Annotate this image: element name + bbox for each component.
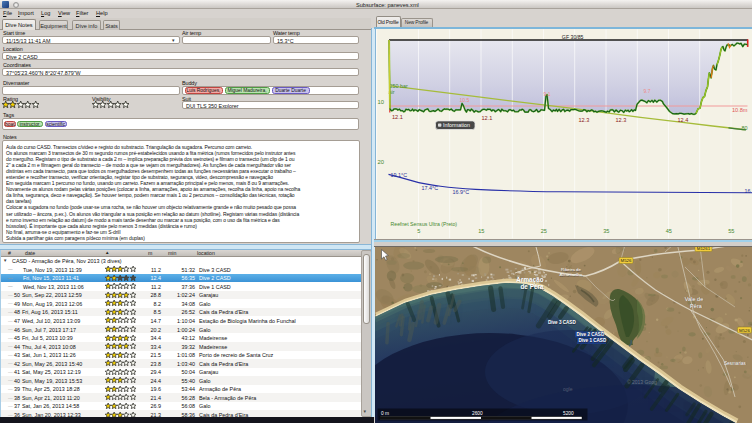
svg-text:17.4°C: 17.4°C — [421, 185, 438, 191]
svg-text:Sesmarias: Sesmarias — [724, 361, 746, 366]
svg-text:12.3: 12.3 — [615, 116, 626, 122]
svg-text:12.3: 12.3 — [578, 116, 589, 122]
svg-text:Vale de: Vale de — [684, 296, 703, 302]
svg-text:16.9°C: 16.9°C — [452, 188, 469, 194]
svg-text:ogle: ogle — [563, 386, 573, 392]
svg-text:5200: 5200 — [563, 411, 574, 416]
svg-text:25: 25 — [540, 227, 546, 233]
svg-text:10.8m: 10.8m — [731, 106, 747, 112]
svg-text:M1261: M1261 — [696, 247, 710, 251]
svg-text:M526: M526 — [739, 327, 751, 332]
svg-text:Reefnet Sensus Ultra (Preto): Reefnet Sensus Ultra (Preto) — [390, 221, 457, 227]
svg-text:Dive 3 CASD: Dive 3 CASD — [548, 320, 576, 325]
svg-text:© 2013 Goog: © 2013 Goog — [626, 379, 656, 385]
svg-text:80: 80 — [741, 124, 747, 130]
svg-text:Dive 1 CASD: Dive 1 CASD — [578, 338, 606, 343]
svg-text:12.1: 12.1 — [481, 114, 492, 120]
svg-text:10: 10 — [377, 99, 383, 105]
svg-text:35: 35 — [603, 227, 609, 233]
svg-text:Information: Information — [443, 122, 470, 128]
svg-text:12.1: 12.1 — [392, 114, 403, 120]
svg-text:Alcantarilha: Alcantarilha — [559, 272, 582, 277]
svg-text:19.1°C: 19.1°C — [390, 172, 407, 178]
svg-text:de Pêra: de Pêra — [520, 283, 543, 290]
svg-text:Pêra: Pêra — [690, 303, 703, 309]
svg-text:15: 15 — [478, 227, 484, 233]
svg-text:Dive 2 CASD: Dive 2 CASD — [576, 332, 604, 337]
svg-text:45: 45 — [665, 227, 671, 233]
svg-text:12.4: 12.4 — [677, 116, 688, 122]
svg-text:55: 55 — [728, 227, 734, 233]
svg-text:16.: 16. — [744, 187, 752, 193]
svg-text:5: 5 — [417, 227, 420, 233]
svg-text:GF 30/85: GF 30/85 — [561, 34, 583, 40]
svg-text:20: 20 — [377, 159, 383, 165]
svg-text:2600: 2600 — [472, 411, 483, 416]
svg-text:M526: M526 — [620, 258, 632, 263]
svg-text:0 m: 0 m — [381, 411, 389, 416]
svg-text:9.7: 9.7 — [643, 88, 650, 94]
svg-text:9.1: 9.1 — [543, 91, 550, 97]
svg-text:10.5: 10.5 — [459, 96, 469, 102]
